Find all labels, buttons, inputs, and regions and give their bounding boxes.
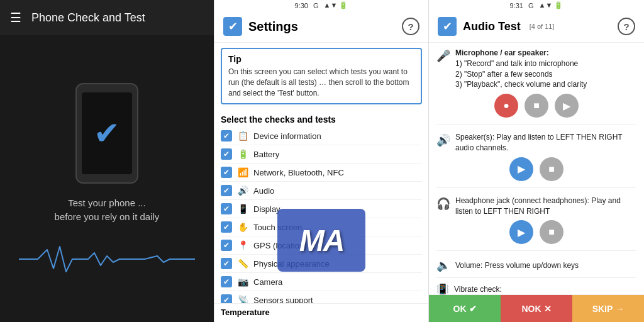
play-button-mic[interactable]: ▶ bbox=[555, 94, 579, 118]
app-title: Phone Check and Test bbox=[31, 11, 145, 25]
checkbox-camera[interactable]: ✔ bbox=[221, 276, 232, 287]
list-item[interactable]: ✔ 📍 GPS (location) bbox=[221, 236, 422, 255]
network-icon: 📶 bbox=[237, 167, 248, 178]
audio-help-button[interactable]: ? bbox=[618, 18, 635, 35]
audio-footer: OK ✔ NOK ✕ SKIP → bbox=[429, 294, 644, 322]
settings-help-button[interactable]: ? bbox=[402, 18, 419, 35]
ok-label: OK bbox=[453, 304, 467, 314]
headphone-section: 🎧 Headphone jack (connect headphones): P… bbox=[436, 196, 636, 252]
device-label: Device information bbox=[253, 131, 321, 141]
headphone-controls: ▶ ■ bbox=[436, 220, 636, 244]
gps-label: GPS (location) bbox=[253, 241, 307, 250]
checkbox-device[interactable]: ✔ bbox=[221, 130, 232, 142]
checkbox-battery[interactable]: ✔ bbox=[221, 148, 232, 160]
display-label: Display bbox=[253, 204, 280, 214]
physical-label: Physical appearance bbox=[253, 259, 330, 269]
microphone-controls: ● ■ ▶ bbox=[436, 94, 636, 118]
camera-icon: 📷 bbox=[237, 276, 248, 287]
phone-screen: ✔ bbox=[82, 92, 132, 174]
volume-section: 🔈 Volume: Press volume up/down keys bbox=[436, 258, 636, 278]
tip-box: Tip On this screen you can select which … bbox=[221, 48, 422, 104]
vibrate-section: 📳 Vibrate check: 📳 bbox=[436, 283, 636, 294]
microphone-header: 🎤 Microphone / ear speaker: 1) "Record" … bbox=[436, 48, 636, 90]
phone-illustration: ✔ bbox=[75, 83, 138, 184]
stop-button-headphone[interactable]: ■ bbox=[540, 220, 564, 244]
list-item[interactable]: ✔ 📏 Physical appearance bbox=[221, 255, 422, 273]
stop-button-mic[interactable]: ■ bbox=[525, 94, 548, 118]
network-label: Network, Bluetooth, NFC bbox=[253, 168, 344, 177]
record-button[interactable]: ● bbox=[494, 94, 518, 118]
main-panel: ☰ Phone Check and Test ✔ Test your phone… bbox=[0, 0, 214, 322]
record-icon: ● bbox=[503, 100, 509, 111]
audio-logo: ✔ bbox=[438, 17, 457, 36]
stop-button-speaker[interactable]: ■ bbox=[540, 157, 564, 181]
touch-label: Touch screen bbox=[253, 223, 302, 232]
device-icon: 📋 bbox=[237, 130, 248, 142]
settings-header-left: ✔ Settings bbox=[223, 17, 298, 36]
checkbox-gps[interactable]: ✔ bbox=[221, 240, 232, 251]
checkbox-network[interactable]: ✔ bbox=[221, 167, 232, 178]
audio-subtitle: [4 of 11] bbox=[530, 23, 555, 30]
ok-check-icon: ✔ bbox=[469, 304, 477, 314]
tip-title: Tip bbox=[228, 54, 414, 64]
checkbox-sensors[interactable]: ✔ bbox=[221, 294, 232, 303]
settings-logo: ✔ bbox=[223, 17, 242, 36]
tip-text: On this screen you can select which test… bbox=[228, 67, 414, 98]
check-list: ✔ 📋 Device information ✔ 🔋 Battery ✔ 📶 N… bbox=[214, 127, 428, 303]
settings-title: Settings bbox=[248, 19, 298, 34]
microphone-section: 🎤 Microphone / ear speaker: 1) "Record" … bbox=[436, 48, 636, 125]
sensors-icon: 📡 bbox=[237, 294, 248, 303]
audio-header: ✔ Audio Test [4 of 11] ? bbox=[429, 11, 644, 43]
checkbox-display[interactable]: ✔ bbox=[221, 203, 232, 214]
audio-header-left: ✔ Audio Test [4 of 11] bbox=[438, 17, 554, 36]
play-icon-mic: ▶ bbox=[563, 100, 570, 112]
audio-label: Audio bbox=[253, 186, 274, 196]
headphone-header: 🎧 Headphone jack (connect headphones): P… bbox=[436, 196, 636, 217]
vibrate-header: 📳 Vibrate check: bbox=[436, 283, 502, 294]
list-item[interactable]: ✔ ✋ Touch screen bbox=[221, 218, 422, 236]
stop-icon-speaker: ■ bbox=[548, 164, 555, 175]
audio-content: 🎤 Microphone / ear speaker: 1) "Record" … bbox=[429, 43, 644, 294]
checkbox-touch[interactable]: ✔ bbox=[221, 221, 232, 233]
stop-icon-headphone: ■ bbox=[548, 226, 555, 238]
checks-section-title: Select the checks and tests bbox=[214, 109, 428, 127]
battery-label: Battery bbox=[253, 150, 279, 159]
list-item[interactable]: ✔ 📋 Device information bbox=[221, 127, 422, 145]
main-content: ✔ Test your phone ... before you rely on… bbox=[0, 35, 214, 322]
list-item[interactable]: ✔ 📡 Sensors support bbox=[221, 291, 422, 303]
checkbox-audio[interactable]: ✔ bbox=[221, 185, 232, 196]
camera-label: Camera bbox=[253, 277, 282, 287]
vibrate-text: Vibrate check: bbox=[454, 285, 502, 294]
play-button-speaker[interactable]: ▶ bbox=[509, 157, 533, 181]
ok-button[interactable]: OK ✔ bbox=[429, 295, 501, 322]
skip-label: SKIP bbox=[592, 304, 613, 314]
vibrate-icon: 📳 bbox=[436, 283, 449, 294]
audio-icon: 🔊 bbox=[237, 185, 248, 196]
list-item[interactable]: ✔ 📱 Display bbox=[221, 200, 422, 218]
menu-icon[interactable]: ☰ bbox=[10, 10, 21, 25]
checkbox-physical[interactable]: ✔ bbox=[221, 258, 232, 269]
status-bar-3: 9:31 G ▲▼ 🔋 bbox=[429, 0, 644, 11]
list-item[interactable]: ✔ 🔋 Battery bbox=[221, 145, 422, 164]
main-header: ☰ Phone Check and Test bbox=[0, 0, 214, 35]
audio-title: Audio Test bbox=[463, 20, 521, 33]
skip-button[interactable]: SKIP → bbox=[572, 295, 644, 322]
list-item[interactable]: ✔ 📶 Network, Bluetooth, NFC bbox=[221, 164, 422, 182]
speaker-desc: Speaker(s): Play and listen to LEFT THEN… bbox=[455, 132, 636, 153]
settings-header: ✔ Settings ? bbox=[214, 11, 428, 43]
volume-icon: 🔈 bbox=[436, 258, 450, 272]
play-icon-speaker: ▶ bbox=[518, 163, 525, 175]
speaker-header: 🔊 Speaker(s): Play and listen to LEFT TH… bbox=[436, 132, 636, 153]
skip-arrow-icon: → bbox=[615, 304, 624, 314]
speaker-icon: 🔊 bbox=[436, 133, 450, 147]
play-button-headphone[interactable]: ▶ bbox=[509, 220, 533, 244]
nok-button[interactable]: NOK ✕ bbox=[501, 295, 572, 322]
display-icon: 📱 bbox=[237, 203, 248, 214]
microphone-icon: 🎤 bbox=[436, 49, 450, 63]
headphone-icon: 🎧 bbox=[436, 197, 450, 211]
list-item[interactable]: ✔ 📷 Camera bbox=[221, 273, 422, 291]
list-item[interactable]: ✔ 🔊 Audio bbox=[221, 182, 422, 200]
headphone-desc: Headphone jack (connect headphones): Pla… bbox=[455, 196, 636, 217]
play-icon-headphone: ▶ bbox=[518, 226, 525, 238]
heartbeat-graphic bbox=[19, 243, 195, 275]
